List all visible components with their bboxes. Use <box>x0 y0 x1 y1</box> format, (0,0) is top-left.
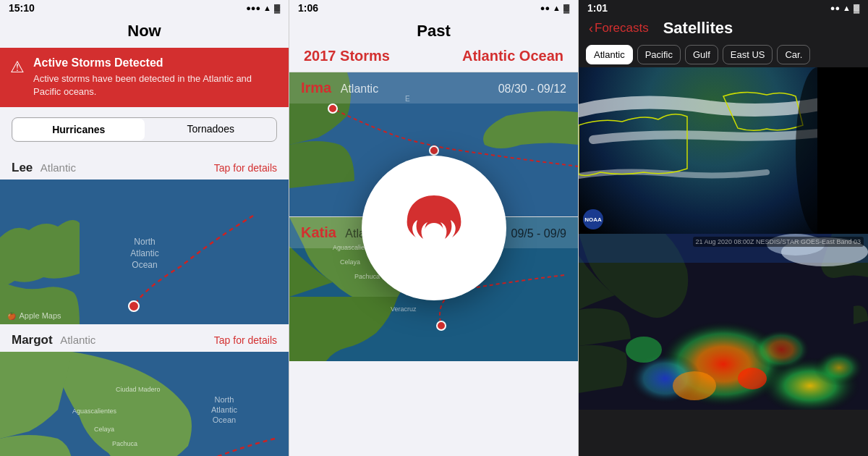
alert-content: Active Storms Detected Active storms hav… <box>33 56 278 98</box>
svg-text:Ocean: Ocean <box>132 260 157 270</box>
battery-icon-past: ▓ <box>563 4 569 12</box>
chevron-left-icon: ‹ <box>589 21 593 36</box>
time-past: 1:06 <box>298 2 318 14</box>
svg-point-29 <box>796 67 839 234</box>
time-satellites: 1:01 <box>587 2 608 14</box>
svg-text:Celaya: Celaya <box>94 426 114 433</box>
svg-text:Ciudad Madero: Ciudad Madero <box>116 386 161 393</box>
storm-dates-katia: 09/5 - 09/9 <box>511 227 567 240</box>
svg-text:Ocean: Ocean <box>213 415 236 424</box>
storm-name-lee: Lee <box>12 161 33 174</box>
signal-icon-sat: ●● <box>830 4 840 12</box>
svg-point-42 <box>424 223 444 243</box>
svg-point-34 <box>752 329 810 370</box>
status-bar-satellites: 1:01 ●● ▲ ▓ <box>579 0 868 16</box>
satellites-title: Satellites <box>663 19 733 38</box>
tab-atlantic[interactable]: Atlantic <box>586 45 633 64</box>
tornadoes-tab[interactable]: Tornadoes <box>145 118 277 141</box>
svg-text:North: North <box>134 237 155 247</box>
alert-banner: ⚠ Active Storms Detected Active storms h… <box>0 48 289 107</box>
signal-icon-past: ●● <box>540 4 550 12</box>
satellite-tabs: Atlantic Pacific Gulf East US Car. <box>579 42 868 67</box>
wifi-icon-sat: ▲ <box>843 4 851 12</box>
storm-region-margot: Atlantic <box>60 334 95 346</box>
signal-icon: ●●● <box>246 4 260 12</box>
panel-past-title: Past <box>289 16 578 48</box>
apple-icon: 🍎 <box>7 312 16 320</box>
panel-now-title: Now <box>0 16 289 48</box>
satellite-image-bottom: 21 Aug 2020 08:00Z NESDIS/STAR GOES-East… <box>579 234 868 410</box>
svg-text:North: North <box>215 395 234 404</box>
svg-point-19 <box>430 146 438 155</box>
svg-text:Veracruz: Veracruz <box>391 305 417 313</box>
storm-type-segment[interactable]: Hurricanes Tornadoes <box>12 117 277 142</box>
svg-point-25 <box>437 321 446 330</box>
tab-caribbean[interactable]: Car. <box>777 45 810 64</box>
storm-item-lee: Lee Atlantic Tap for details <box>0 152 289 180</box>
storm-irma-overlay: Irma Atlantic 08/30 - 09/12 <box>289 72 578 104</box>
satellite-image-top: NOAA <box>579 67 868 234</box>
storm-region-lee: Atlantic <box>41 161 76 174</box>
sat-nav: ‹ Forecasts Satellites <box>579 16 868 42</box>
status-bar-now: 15:10 ●●● ▲ ▓ <box>0 0 289 16</box>
svg-text:Pachuca: Pachuca <box>112 440 137 447</box>
map-margot: Ciudad Madero Aguascalientes Celaya Pach… <box>0 352 289 456</box>
back-button[interactable]: ‹ Forecasts <box>589 21 649 36</box>
time-now: 15:10 <box>9 2 35 14</box>
svg-text:Aguascalientes: Aguascalientes <box>72 408 117 415</box>
past-ocean-label: Atlantic Ocean <box>462 48 563 64</box>
storm-tap-margot[interactable]: Tap for details <box>214 334 277 346</box>
battery-icon-sat: ▓ <box>854 4 859 12</box>
tab-pacific[interactable]: Pacific <box>637 45 681 64</box>
battery-icon: ▓ <box>274 4 280 12</box>
hurricane-logo-svg <box>394 188 474 268</box>
hurricanes-tab[interactable]: Hurricanes <box>13 119 145 140</box>
past-header: 2017 Storms Atlantic Ocean <box>289 48 578 72</box>
wifi-icon: ▲ <box>263 4 271 12</box>
storm-region-irma: Atlantic <box>341 83 378 95</box>
warning-icon: ⚠ <box>10 58 25 77</box>
storm-tap-lee[interactable]: Tap for details <box>214 162 277 174</box>
alert-body: Active storms have been detected in the … <box>33 72 278 98</box>
status-icons-past: ●● ▲ ▓ <box>540 4 569 12</box>
alert-title: Active Storms Detected <box>33 56 278 69</box>
svg-point-38 <box>738 368 767 389</box>
svg-text:Atlantic: Atlantic <box>130 248 158 258</box>
storm-name-katia: Katia <box>301 224 336 240</box>
svg-point-35 <box>814 350 864 386</box>
storm-name-margot: Margot <box>12 333 53 347</box>
panel-satellites: 1:01 ●● ▲ ▓ ‹ Forecasts Satellites Atlan… <box>579 0 868 456</box>
tab-eastus[interactable]: East US <box>723 45 773 64</box>
svg-text:Pachuca: Pachuca <box>354 273 380 280</box>
svg-point-37 <box>673 371 716 400</box>
status-icons-now: ●●● ▲ ▓ <box>246 4 280 12</box>
panel-now: 15:10 ●●● ▲ ▓ Now ⚠ Active Storms Detect… <box>0 0 289 456</box>
status-icons-satellites: ●● ▲ ▓ <box>830 4 859 12</box>
map-lee: North Atlantic Ocean 🍎 Apple Maps <box>0 180 289 324</box>
noaa-logo: NOAA <box>583 209 603 229</box>
past-year-label: 2017 Storms <box>304 48 390 64</box>
app-logo-overlay <box>362 156 506 300</box>
apple-maps-label: 🍎 Apple Maps <box>7 311 61 320</box>
svg-point-18 <box>328 104 337 113</box>
svg-text:Atlantic: Atlantic <box>211 405 238 414</box>
svg-point-1 <box>129 301 139 311</box>
tab-gulf[interactable]: Gulf <box>685 45 718 64</box>
wifi-icon-past: ▲ <box>553 4 561 12</box>
back-label[interactable]: Forecasts <box>595 21 649 35</box>
svg-text:Celaya: Celaya <box>340 258 360 266</box>
storm-name-irma: Irma <box>301 80 331 96</box>
svg-point-36 <box>626 337 662 363</box>
storm-dates-irma: 08/30 - 09/12 <box>498 83 566 96</box>
status-bar-past: 1:06 ●● ▲ ▓ <box>289 0 578 16</box>
storm-item-margot: Margot Atlantic Tap for details <box>0 324 289 352</box>
satellite-timestamp: 21 Aug 2020 08:00Z NESDIS/STAR GOES-East… <box>693 237 864 247</box>
